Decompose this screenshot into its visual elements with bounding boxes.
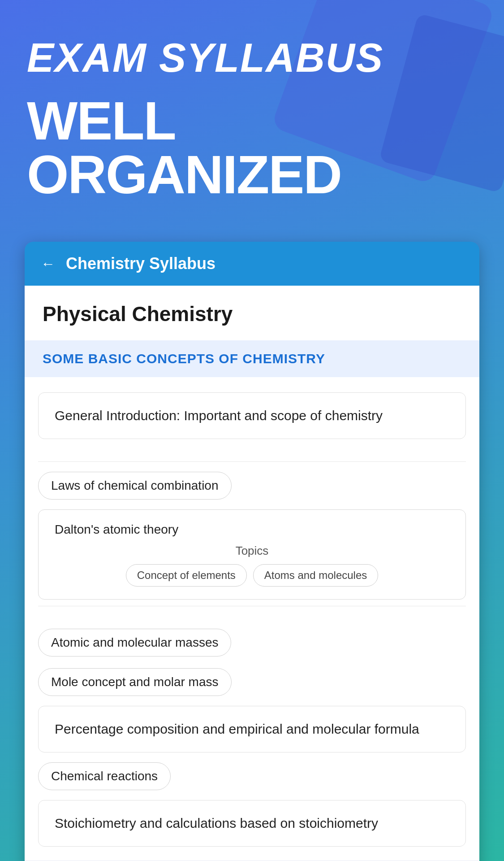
dalton-tags: Concept of elements Atoms and molecules (55, 564, 449, 587)
top-bar: ← Chemistry Syllabus (25, 242, 479, 286)
content-area: Physical Chemistry SOME BASIC CONCEPTS O… (25, 286, 479, 861)
section-header: Physical Chemistry (25, 286, 479, 340)
topic-chemical-reactions-pill[interactable]: Chemical reactions (38, 762, 171, 790)
topic-atomic-masses-pill[interactable]: Atomic and molecular masses (38, 629, 231, 657)
dalton-tag-concept[interactable]: Concept of elements (126, 564, 247, 587)
app-card: ← Chemistry Syllabus Physical Chemistry … (25, 242, 479, 861)
topic-chemical-reactions-row: Chemical reactions (38, 759, 466, 794)
topic-laws-row: Laws of chemical combination (38, 468, 466, 503)
chapter1-name: SOME BASIC CONCEPTS OF CHEMISTRY (43, 351, 325, 366)
topic-atomic-masses-row: Atomic and molecular masses (38, 625, 466, 660)
header-section: EXAM SYLLABUS WELL ORGANIZED (0, 0, 504, 242)
dalton-topics-label: Topics (55, 544, 449, 558)
chapter1-header: SOME BASIC CONCEPTS OF CHEMISTRY (25, 340, 479, 377)
topic-percentage-composition[interactable]: Percentage composition and empirical and… (38, 706, 466, 752)
well-organized-title: WELL ORGANIZED (27, 94, 477, 201)
back-button[interactable]: ← (41, 256, 55, 272)
exam-syllabus-title: EXAM SYLLABUS (27, 36, 477, 80)
topic-dalton-block[interactable]: Dalton's atomic theory Topics Concept of… (38, 509, 466, 600)
topic-stoichiometry[interactable]: Stoichiometry and calculations based on … (38, 800, 466, 847)
topic-general-introduction[interactable]: General Introduction: Important and scop… (38, 392, 466, 439)
topic-laws-pill[interactable]: Laws of chemical combination (38, 472, 232, 500)
topic-mole-concept-pill[interactable]: Mole concept and molar mass (38, 668, 232, 696)
physical-chemistry-title: Physical Chemistry (43, 302, 461, 326)
top-bar-title: Chemistry Syllabus (66, 254, 215, 273)
dalton-tag-atoms[interactable]: Atoms and molecules (253, 564, 378, 587)
group-laws-dalton: Laws of chemical combination Dalton's at… (25, 454, 479, 613)
topic-mole-concept-row: Mole concept and molar mass (38, 665, 466, 700)
group-more-topics: Atomic and molecular masses Mole concept… (25, 613, 479, 860)
topics-list: General Introduction: Important and scop… (25, 377, 479, 454)
dalton-title: Dalton's atomic theory (55, 522, 449, 537)
